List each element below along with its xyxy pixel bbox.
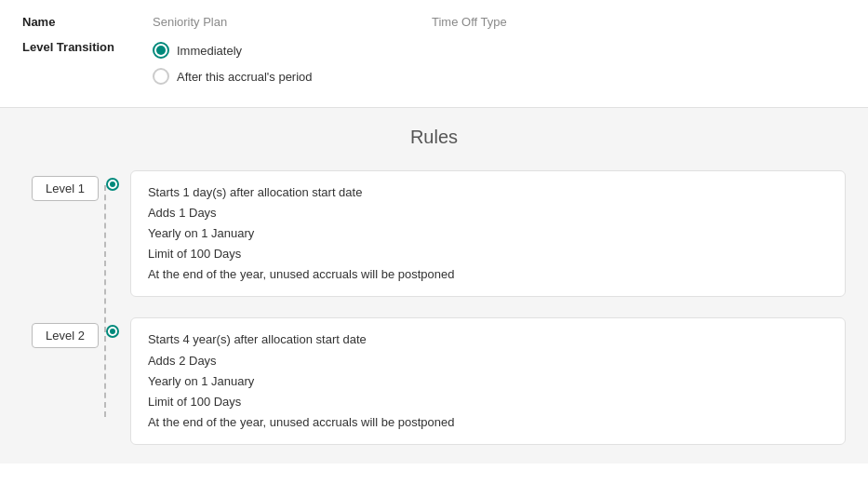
level-1-line-4: At the end of the year, unused accruals … (148, 264, 828, 285)
after-period-label: After this accrual's period (177, 70, 313, 84)
level-1-line-0: Starts 1 day(s) after allocation start d… (148, 182, 828, 203)
after-period-option[interactable]: After this accrual's period (153, 68, 313, 85)
level-2-line-0: Starts 4 year(s) after allocation start … (148, 329, 828, 350)
level-2-dot (106, 325, 119, 338)
level-2-entry: Level 2 Starts 4 year(s) after allocatio… (32, 317, 846, 444)
bottom-section: Rules Level 1 Starts 1 day(s) after allo… (0, 108, 868, 464)
immediately-radio[interactable] (153, 42, 169, 59)
level-1-line-3: Limit of 100 Days (148, 244, 828, 264)
level-1-dot (106, 178, 119, 191)
level-2-tag: Level 2 (32, 323, 99, 348)
level-1-line-1: Adds 1 Days (148, 203, 828, 223)
rules-title: Rules (22, 127, 846, 148)
level-1-tag: Level 1 (32, 176, 99, 201)
timeoff-column-label: Time Off Type (432, 15, 507, 29)
after-period-radio[interactable] (153, 68, 169, 85)
level-1-card: Starts 1 day(s) after allocation start d… (130, 170, 846, 297)
level-transition-options: Immediately After this accrual's period (153, 42, 313, 85)
level-1-line-2: Yearly on 1 January (148, 223, 828, 244)
level-2-card: Starts 4 year(s) after allocation start … (130, 317, 846, 444)
level-transition-label: Level Transition (22, 38, 153, 54)
immediately-option[interactable]: Immediately (153, 42, 313, 59)
level-2-line-2: Yearly on 1 January (148, 371, 828, 392)
seniority-column-label: Seniority Plan (153, 15, 432, 29)
level-2-line-1: Adds 2 Days (148, 351, 828, 371)
name-column-label: Name (22, 15, 153, 29)
top-section: Name Seniority Plan Time Off Type Level … (0, 0, 868, 108)
level-2-line-3: Limit of 100 Days (148, 392, 828, 412)
level-2-line-4: At the end of the year, unused accruals … (148, 412, 828, 433)
immediately-label: Immediately (177, 44, 242, 58)
level-1-entry: Level 1 Starts 1 day(s) after allocation… (32, 170, 846, 297)
